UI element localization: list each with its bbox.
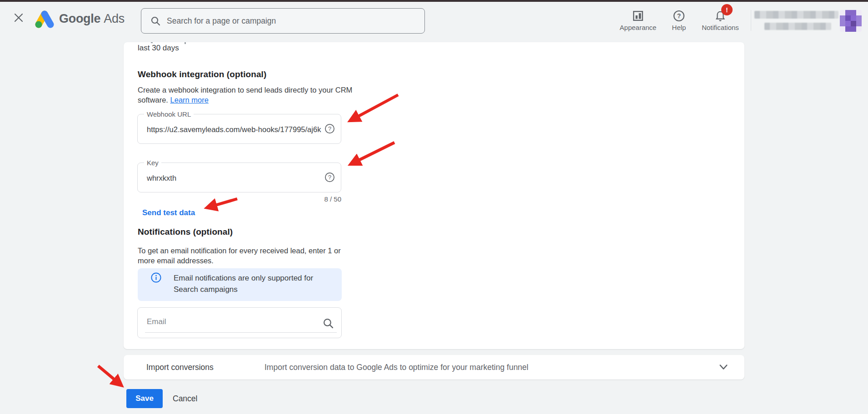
appearance-label: Appearance [611, 24, 665, 31]
import-conversions-description: Import conversion data to Google Ads to … [264, 355, 529, 380]
search-input[interactable] [167, 9, 417, 33]
red-arrow-save [98, 366, 121, 385]
header-divider [751, 10, 751, 31]
brand-title: GoogleAds [59, 9, 125, 29]
notification-badge: ! [721, 4, 733, 15]
brand-ads: Ads [104, 12, 125, 25]
webhook-description-line2-text: software. [138, 96, 168, 104]
notifications-label: Notifications [693, 24, 748, 31]
lead-form-settings-card: last 30 days Webhook integration (option… [124, 42, 744, 349]
google-ads-logo-icon[interactable] [33, 10, 55, 30]
save-button[interactable]: Save [126, 389, 163, 408]
key-label: Key [144, 159, 161, 167]
help-label: Help [661, 24, 697, 31]
clipped-text-fragment [151, 42, 153, 43]
key-char-counter: 8 / 50 [137, 195, 341, 203]
nav-appearance[interactable]: Appearance [611, 9, 665, 31]
email-input[interactable] [147, 314, 319, 330]
key-input[interactable] [147, 170, 323, 186]
send-test-data-button[interactable]: Send test data [142, 208, 195, 217]
close-button[interactable] [14, 13, 24, 23]
global-search [141, 8, 425, 34]
webhook-url-field: Webhook URL ? [137, 114, 341, 144]
webhook-section-heading: Webhook integration (optional) [138, 69, 266, 79]
help-icon: ? [673, 10, 685, 22]
cancel-button[interactable]: Cancel [173, 389, 197, 408]
key-field: Key ? [137, 163, 341, 192]
chevron-down-icon[interactable] [718, 363, 728, 372]
import-conversions-title: Import conversions [146, 355, 214, 380]
notifications-description-line2: more email addresses. [138, 256, 214, 265]
webhook-url-label: Webhook URL [144, 110, 194, 118]
notifications-description-line1: To get an email notification for every r… [138, 246, 341, 255]
email-field [137, 307, 342, 338]
info-banner: Email notifications are only supported f… [138, 268, 342, 301]
webhook-description-line2: software. Learn more [138, 96, 209, 104]
appearance-icon [632, 10, 644, 22]
account-id-redacted [764, 23, 831, 30]
webhook-url-input[interactable] [147, 122, 323, 137]
clipped-text-fragment [185, 42, 186, 44]
window-top-strip [0, 0, 868, 2]
import-conversions-accordion[interactable]: Import conversions Import conversion dat… [124, 355, 744, 380]
svg-text:?: ? [328, 125, 331, 132]
email-input-underline [145, 332, 337, 333]
brand-google: Google [59, 12, 100, 25]
webhook-url-help-icon[interactable]: ? [324, 123, 335, 134]
notifications-section-heading: Notifications (optional) [138, 227, 233, 237]
webhook-description-line1: Create a webhook integration to send lea… [138, 86, 352, 94]
account-name-redacted [754, 11, 838, 19]
search-icon [150, 16, 160, 26]
info-banner-line2: Search campaigns [174, 285, 238, 294]
nav-notifications[interactable]: ! Notifications [693, 9, 748, 31]
avatar-pixelated-image [840, 10, 862, 32]
clipped-paragraph: last 30 days [138, 44, 179, 53]
avatar[interactable] [840, 10, 862, 32]
svg-text:?: ? [677, 12, 681, 20]
key-help-icon[interactable]: ? [324, 172, 335, 182]
svg-text:?: ? [328, 174, 331, 181]
google-ads-screen: GoogleAds Appearance ? Help [0, 0, 868, 414]
nav-help[interactable]: ? Help [661, 9, 697, 31]
learn-more-link[interactable]: Learn more [170, 96, 209, 104]
email-search-icon [323, 318, 334, 329]
close-icon [14, 13, 24, 23]
info-icon [151, 272, 161, 283]
info-banner-line1: Email notifications are only supported f… [174, 274, 313, 283]
